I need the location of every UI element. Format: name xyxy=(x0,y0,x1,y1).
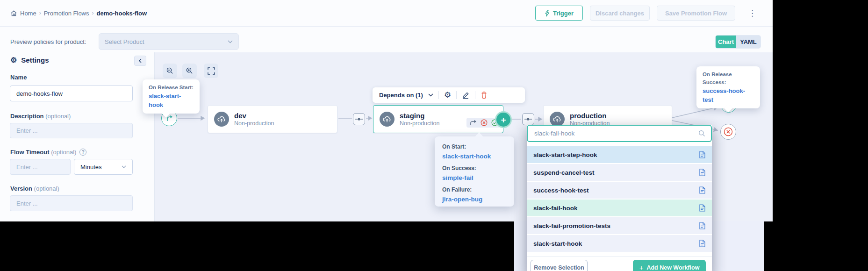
workflow-search-value: slack-fail-hook xyxy=(534,130,574,137)
workflow-list-item-selected[interactable]: slack-fail-hook xyxy=(527,200,712,216)
timeout-placeholder: Enter ... xyxy=(16,164,38,171)
save-promotion-flow-button[interactable]: Save Promotion Flow xyxy=(657,6,735,21)
toolbar-separator xyxy=(475,91,475,99)
version-label: Version (optional) xyxy=(10,185,59,192)
workflow-list-item[interactable]: slack-start-step-hook xyxy=(527,146,712,163)
trigger-button[interactable]: Trigger xyxy=(535,6,583,21)
edit-pencil-icon[interactable] xyxy=(462,91,470,99)
workflow-item-label: slack-fail-promotion-tests xyxy=(533,222,610,229)
name-field[interactable]: demo-hooks-flow xyxy=(10,86,133,101)
document-icon xyxy=(699,186,705,194)
release-start-tooltip: On Release Start: slack-start-hook xyxy=(143,79,200,114)
node-subtitle: Non-production xyxy=(400,120,439,127)
workflow-list-item[interactable]: success-hook-test xyxy=(527,182,712,199)
workflow-search-input[interactable]: slack-fail-hook xyxy=(527,125,712,142)
tab-yaml[interactable]: YAML xyxy=(736,36,760,48)
breadcrumb-home[interactable]: Home xyxy=(20,10,36,17)
on-failure-label: On Failure: xyxy=(442,185,514,194)
chevron-down-icon xyxy=(228,40,233,43)
select-product-placeholder: Select Product xyxy=(105,38,144,45)
share-arrow-icon[interactable] xyxy=(470,120,477,126)
release-success-tooltip: On Release Success: success-hook-test xyxy=(696,66,760,108)
dependency-gate-button[interactable] xyxy=(522,113,534,125)
node-title: staging xyxy=(400,112,439,120)
tooltip-label: On Release Start: xyxy=(149,84,194,92)
select-product-dropdown[interactable]: Select Product xyxy=(99,33,239,50)
add-workflow-plus-button[interactable]: + xyxy=(495,111,512,128)
workflow-item-label: slack-start-step-hook xyxy=(533,151,597,158)
plus-icon: + xyxy=(639,264,644,271)
breadcrumb-separator: › xyxy=(39,10,41,16)
tooltip-workflow-link[interactable]: slack-start-hook xyxy=(149,92,194,109)
staging-node-toolbar: Depends on (1) ⚙ xyxy=(373,87,525,103)
workflow-list-item[interactable]: slack-fail-promotion-tests xyxy=(527,217,712,234)
workflow-list-item[interactable]: suspend-cancel-test xyxy=(527,164,712,181)
name-label: Name xyxy=(10,74,27,81)
help-icon[interactable]: ? xyxy=(79,149,86,156)
workflow-item-label: success-hook-test xyxy=(533,187,589,194)
node-settings-icon[interactable]: ⚙ xyxy=(444,91,451,99)
document-icon xyxy=(699,222,705,229)
search-icon xyxy=(698,130,705,137)
preview-policies-label: Preview policies for product: xyxy=(10,38,86,45)
workflow-dropdown-panel: slack-fail-hook slack-start-step-hook su… xyxy=(527,125,712,271)
zoom-in-button[interactable] xyxy=(182,64,197,78)
settings-title: Settings xyxy=(21,56,49,64)
panel-footer-divider xyxy=(527,257,712,257)
kebab-menu-icon[interactable]: ⋮ xyxy=(748,9,756,17)
failure-hook-icon[interactable] xyxy=(481,119,488,126)
breadcrumb-separator: › xyxy=(92,10,94,16)
sidebar-divider xyxy=(154,52,155,221)
tooltip-workflow-link[interactable]: success-hook-test xyxy=(703,86,754,104)
timeout-unit-value: Minutes xyxy=(80,164,102,171)
on-failure-link[interactable]: jira-open-bug xyxy=(442,194,514,204)
dependency-gate-button[interactable] xyxy=(353,113,365,125)
plus-icon: + xyxy=(501,115,506,124)
version-placeholder: Enter ... xyxy=(16,200,38,207)
timeout-value-field[interactable]: Enter ... xyxy=(10,159,71,175)
workflow-item-label: suspend-cancel-test xyxy=(533,169,595,176)
settings-header: ⚙ Settings xyxy=(10,56,49,64)
breadcrumb-promotion-flows[interactable]: Promotion Flows xyxy=(44,10,89,17)
release-failure-node[interactable] xyxy=(720,124,736,140)
staging-hooks-popover: On Start: slack-start-hook On Success: s… xyxy=(435,136,514,207)
depends-on-dropdown[interactable]: Depends on (1) xyxy=(379,92,423,99)
workflow-item-label: slack-fail-hook xyxy=(533,205,578,212)
home-icon[interactable] xyxy=(10,10,17,17)
document-icon xyxy=(699,204,705,212)
version-field[interactable]: Enter ... xyxy=(10,195,133,211)
on-start-label: On Start: xyxy=(442,142,514,151)
node-subtitle: Non-production xyxy=(234,120,274,127)
description-label: Description (optional) xyxy=(10,113,71,120)
discard-changes-button[interactable]: Discard changes xyxy=(590,6,650,21)
sidebar-collapse-button[interactable] xyxy=(134,56,146,66)
lightning-icon xyxy=(545,10,550,17)
chevron-down-icon[interactable] xyxy=(428,93,433,97)
settings-gear-icon: ⚙ xyxy=(10,57,17,64)
node-dev[interactable]: dev Non-production xyxy=(208,105,337,133)
chevron-down-icon xyxy=(122,165,126,168)
name-value: demo-hooks-flow xyxy=(16,90,63,97)
trigger-label: Trigger xyxy=(553,10,574,17)
environment-icon xyxy=(380,112,395,127)
environment-icon xyxy=(214,112,229,127)
delete-trash-icon[interactable] xyxy=(481,91,488,99)
fit-view-button[interactable] xyxy=(204,64,218,78)
on-start-link[interactable]: slack-start-hook xyxy=(442,151,514,161)
breadcrumb-current: demo-hooks-flow xyxy=(97,10,147,17)
add-new-workflow-button[interactable]: + Add New Workflow xyxy=(633,260,706,271)
timeout-unit-select[interactable]: Minutes xyxy=(74,159,133,175)
tab-chart[interactable]: Chart xyxy=(716,36,736,48)
on-success-link[interactable]: simple-fail xyxy=(442,173,514,183)
tooltip-label: On Release Success: xyxy=(703,71,754,86)
toolbar-separator xyxy=(438,91,439,99)
document-icon xyxy=(699,169,705,176)
view-mode-toggle: Chart YAML xyxy=(716,36,760,48)
remove-selection-button[interactable]: Remove Selection xyxy=(531,260,588,271)
description-field[interactable]: Enter ... xyxy=(10,123,133,138)
topbar-divider xyxy=(0,26,773,27)
discard-label: Discard changes xyxy=(595,10,644,17)
flow-timeout-label: Flow Timeout (optional) ? xyxy=(10,149,86,156)
zoom-out-button[interactable] xyxy=(163,64,177,78)
workflow-list-item[interactable]: slack-start-hook xyxy=(527,235,712,252)
